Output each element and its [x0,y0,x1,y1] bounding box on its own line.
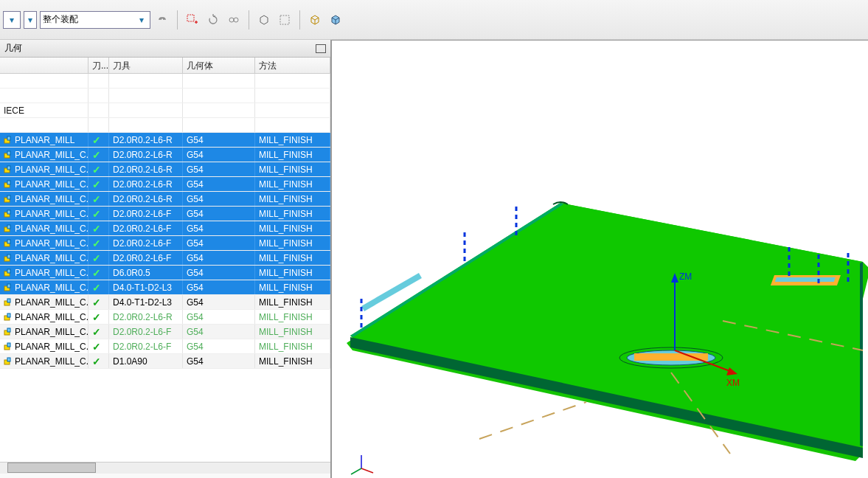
panel-splitter[interactable] [327,40,330,478]
operation-row[interactable]: PLANAR_MILL_C...✓D2.0R0.2-L6-FG54MILL_FI… [0,207,330,221]
graphics-viewport[interactable]: ZM XM [332,40,868,478]
separator [299,10,300,30]
svg-rect-34 [7,343,10,347]
svg-rect-30 [7,314,10,317]
box-wire-icon[interactable] [306,11,324,29]
svg-marker-3 [260,15,268,24]
column-name[interactable] [0,58,88,73]
operation-method: MILL_FINISH [255,310,330,324]
operation-method: MILL_FINISH [255,148,330,162]
operation-name: PLANAR_MILL_C... [15,194,88,204]
operation-icon [4,254,13,263]
operation-method: MILL_FINISH [255,251,330,265]
operation-geo: G54 [183,251,255,265]
operation-icon [4,180,13,189]
menu-dropdown[interactable]: ▾ [3,11,21,29]
operation-tool: D2.0R0.2-L6-R [109,133,183,147]
column-tool[interactable]: 刀具 [109,58,183,73]
workpiece-row[interactable]: IECE [0,103,330,118]
svg-rect-44 [634,353,708,361]
operation-tool: D2.0R0.2-L6-F [109,339,183,353]
table-body: IECE PLANAR_MILL✓D2.0R0.2-L6-RG54MILL_FI… [0,74,330,369]
operation-icon [4,342,13,351]
operation-row[interactable]: PLANAR_MILL_C...✓D2.0R0.2-L6-FG54MILL_FI… [0,251,330,266]
operation-method: MILL_FINISH [255,221,330,235]
scrollbar-thumb[interactable] [7,463,96,473]
operation-row[interactable]: PLANAR_MILL_C...✓D6.0R0.5G54MILL_FINISH [0,266,330,280]
table-row[interactable] [0,74,330,89]
reload-icon[interactable] [204,11,222,29]
operation-row[interactable]: PLANAR_MILL✓D2.0R0.2-L6-RG54MILL_FINISH [0,133,330,148]
tool2-icon[interactable] [225,11,243,29]
svg-rect-10 [7,166,10,170]
operation-name: PLANAR_MILL_C... [15,150,88,160]
svg-rect-12 [7,181,10,184]
operation-name: PLANAR_MILL_C... [15,224,88,234]
svg-rect-6 [7,136,10,140]
column-method[interactable]: 方法 [255,58,330,73]
operation-geo: G54 [183,148,255,162]
operation-row[interactable]: PLANAR_MILL_C...✓D2.0R0.2-L6-RG54MILL_FI… [0,310,330,325]
operation-tool: D2.0R0.2-L6-F [109,325,183,339]
box-solid-icon[interactable] [327,11,344,29]
operation-row[interactable]: PLANAR_MILL_C...✓D1.0A90G54MILL_FINISH [0,354,330,369]
operation-name: PLANAR_MILL_C... [15,268,88,278]
operation-tool: D1.0A90 [109,354,183,368]
operation-name: PLANAR_MILL_C... [15,238,88,249]
separator [177,10,178,30]
operation-row[interactable]: PLANAR_MILL_C...✓D2.0R0.2-L6-FG54MILL_FI… [0,236,330,251]
operation-geo: G54 [183,133,255,147]
svg-rect-46 [775,277,836,282]
operation-method: MILL_FINISH [255,266,330,280]
operation-row[interactable]: PLANAR_MILL_C...✓D2.0R0.2-L6-RG54MILL_FI… [0,162,330,177]
check-icon: ✓ [92,356,101,367]
assembly-selector[interactable]: 整个装配 ▾ [40,11,150,29]
operations-table: 刀... 刀具 几何体 方法 IECE PLANAR_MIL [0,58,330,474]
svg-rect-16 [7,210,10,214]
operation-name: PLANAR_MILL_C... [15,253,88,263]
operation-row[interactable]: PLANAR_MILL_C...✓D2.0R0.2-L6-RG54MILL_FI… [0,148,330,162]
select-plus-icon[interactable] [184,11,201,29]
marquee-icon[interactable] [276,11,294,29]
horizontal-scrollbar[interactable] [0,462,330,474]
operation-geo: G54 [183,221,255,235]
operation-tool: D2.0R0.2-L6-F [109,236,183,250]
svg-rect-28 [7,299,10,302]
svg-rect-4 [280,15,289,24]
operation-name: PLANAR_MILL [15,135,74,145]
column-geo[interactable]: 几何体 [183,58,255,73]
operation-method: MILL_FINISH [255,354,330,368]
panel-header: 几何 [0,40,330,58]
link-icon[interactable] [153,11,171,29]
operation-method: MILL_FINISH [255,177,330,191]
operation-icon [4,165,13,174]
operation-row[interactable]: PLANAR_MILL_C...✓D4.0-T1-D2-L3G54MILL_FI… [0,295,330,310]
operation-row[interactable]: PLANAR_MILL_C...✓D2.0R0.2-L6-FG54MILL_FI… [0,221,330,236]
svg-line-54 [479,402,586,439]
operation-method: MILL_FINISH [255,133,330,147]
small-dropdown[interactable]: ▾ [24,11,37,29]
check-icon: ✓ [92,326,101,338]
operation-row[interactable]: PLANAR_MILL_C...✓D2.0R0.2-L6-RG54MILL_FI… [0,192,330,207]
operation-icon [4,150,13,159]
operation-row[interactable]: PLANAR_MILL_C...✓D4.0-T1-D2-L3G54MILL_FI… [0,280,330,295]
operation-method: MILL_FINISH [255,162,330,176]
app-window: ▾ ▾ 整个装配 ▾ [0,0,868,478]
column-flag[interactable]: 刀... [88,58,109,73]
operation-icon [4,313,13,322]
operation-row[interactable]: PLANAR_MILL_C...✓D2.0R0.2-L6-FG54MILL_FI… [0,325,330,339]
operation-name: PLANAR_MILL_C... [15,312,88,322]
operation-method: MILL_FINISH [255,236,330,250]
operation-row[interactable]: PLANAR_MILL_C...✓D2.0R0.2-L6-RG54MILL_FI… [0,177,330,192]
operation-tool: D2.0R0.2-L6-R [109,148,183,162]
table-row[interactable] [0,89,330,103]
operation-geo: G54 [183,325,255,339]
operation-method: MILL_FINISH [255,295,330,309]
operation-row[interactable]: PLANAR_MILL_C...✓D2.0R0.2-L6-FG54MILL_FI… [0,339,330,354]
hex-icon[interactable] [255,11,273,29]
check-icon: ✓ [92,267,101,279]
chevron-down-icon: ▾ [27,14,34,26]
panel-toggle-icon[interactable] [316,44,326,53]
chevron-down-icon: ▾ [6,14,18,26]
table-row[interactable] [0,118,330,133]
